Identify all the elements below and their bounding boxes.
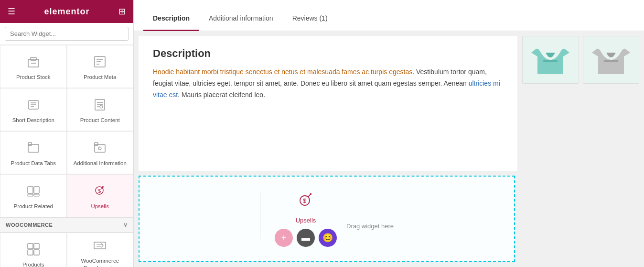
additional-information-icon [93,141,107,157]
emoji-button[interactable]: 😊 [319,229,337,247]
breadcrumbs-icon [93,238,107,255]
product-meta-icon [93,55,107,71]
product-content-wrapper: Description Hoodie habitant morbi tristi… [134,31,644,267]
drag-hint: Drag widget here [346,222,394,230]
desc-segment-4: . Mauris placerat eleifend leo. [178,91,265,99]
upsells-icon: $ [93,184,107,200]
svg-rect-30 [34,244,39,249]
product-main: Description Hoodie habitant morbi tristi… [139,36,517,171]
upsells-widget: $ Upsells + ▬ 😊 [260,191,394,247]
svg-rect-19 [95,143,98,145]
product-image-gray[interactable] [583,36,640,84]
widget-product-data-tabs[interactable]: Product Data Tabs [0,131,67,174]
product-stock-icon [26,55,41,71]
widget-controls: + ▬ 😊 [275,229,337,247]
desc-segment-1: Hoodie habitant morbi tristique senectus… [153,68,412,76]
svg-rect-33 [94,242,106,249]
product-content-label: Product Content [80,117,120,124]
svg-rect-26 [34,194,39,196]
svg-rect-17 [28,143,32,145]
additional-information-label: Additional Information [74,160,127,167]
widget-woocommerce-breadcrumbs[interactable]: WooCommerce Breadcrumbs [67,233,134,267]
sidebar: ☰ elementor ⊞ Product Stock [0,0,134,267]
short-description-label: Short Description [12,117,54,124]
app-title: elementor [44,7,89,17]
svg-text:$: $ [303,197,307,204]
widget-short-description[interactable]: Short Description [0,88,67,131]
grid-icon[interactable]: ⊞ [118,6,126,17]
svg-rect-11 [95,100,105,110]
product-image-teal[interactable] [522,36,579,84]
search-bar [0,23,133,45]
product-related-label: Product Related [14,203,53,210]
widget-grid: Product Stock Product Meta [0,45,133,267]
widget-additional-information[interactable]: Additional Information [67,131,134,174]
drop-zone[interactable]: $ Upsells + ▬ 😊 [139,176,515,262]
widget-products[interactable]: Products [0,233,67,267]
upsells-label: Upsells [296,217,316,224]
product-data-tabs-icon [26,141,41,157]
svg-rect-24 [34,187,39,193]
short-description-icon [26,98,41,114]
woocommerce-breadcrumbs-label: WooCommerce Breadcrumbs [71,257,129,267]
svg-rect-23 [28,187,33,193]
sidebar-header: ☰ elementor ⊞ [0,0,133,23]
menu-button[interactable]: ▬ [297,229,315,247]
widget-product-content[interactable]: Product Content [67,88,134,131]
products-icon [26,242,41,258]
add-button[interactable]: + [275,229,293,247]
chevron-icon[interactable]: ∨ [123,222,128,228]
svg-point-22 [99,146,100,147]
svg-rect-31 [28,250,33,255]
tab-additional-information[interactable]: Additional information [199,7,283,31]
woocommerce-section: WOOCOMMERCE ∨ [0,217,133,233]
widget-product-related[interactable]: Product Related [0,174,67,217]
product-content-icon [93,98,107,114]
product-images-panel [520,31,644,267]
tab-reviews[interactable]: Reviews (1) [283,7,337,31]
main-area: Description Additional information Revie… [134,0,644,267]
upsells-widget-label: Upsells [91,203,109,210]
products-label: Products [22,261,44,267]
svg-rect-38 [543,60,558,62]
svg-rect-25 [28,194,33,196]
svg-rect-39 [604,60,618,62]
svg-rect-1 [31,57,36,60]
widget-product-meta[interactable]: Product Meta [67,45,134,88]
product-meta-label: Product Meta [84,74,116,81]
widget-product-stock[interactable]: Product Stock [0,45,67,88]
product-description: Hoodie habitant morbi tristique senectus… [153,67,503,100]
section-label: WOOCOMMERCE [6,222,53,228]
upsells-widget-icon: $ [296,191,315,212]
images-row [522,36,639,84]
tab-description[interactable]: Description [143,7,199,31]
product-related-icon [26,184,41,200]
product-stock-label: Product Stock [16,74,51,81]
svg-point-15 [100,105,103,108]
search-input[interactable] [5,27,129,41]
product-title: Description [153,47,503,60]
svg-rect-32 [34,250,39,255]
widget-upsells[interactable]: $ Upsells [67,174,134,217]
svg-text:$: $ [98,188,101,194]
svg-rect-29 [28,244,33,249]
product-tabs-bar: Description Additional information Revie… [134,0,644,31]
hamburger-icon[interactable]: ☰ [8,6,15,17]
product-data-tabs-label: Product Data Tabs [11,160,56,167]
